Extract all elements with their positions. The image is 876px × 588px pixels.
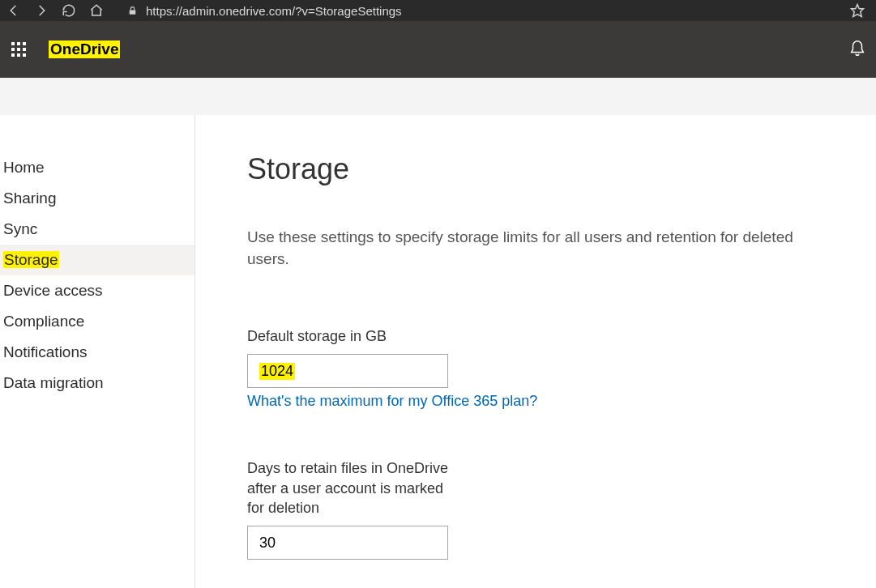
retention-input[interactable]: 30 — [247, 526, 448, 560]
app-header: OneDrive — [0, 21, 876, 78]
sidebar-item-storage[interactable]: Storage — [0, 245, 194, 275]
sidebar-item-notifications[interactable]: Notifications — [0, 337, 194, 368]
browser-chrome: https://admin.onedrive.com/?v=StorageSet… — [0, 0, 876, 21]
sidebar-item-label: Data migration — [3, 374, 104, 391]
sidebar-item-device-access[interactable]: Device access — [0, 275, 194, 306]
sidebar: Home Sharing Sync Storage Device access … — [0, 115, 195, 588]
default-storage-input[interactable]: 1024 — [247, 354, 448, 388]
retention-label: Days to retain files in OneDrive after a… — [247, 458, 450, 518]
url-text: https://admin.onedrive.com/?v=StorageSet… — [146, 4, 402, 18]
sidebar-item-label: Storage — [3, 251, 59, 268]
page-description: Use these settings to specify storage li… — [247, 227, 827, 270]
sidebar-item-label: Device access — [3, 282, 103, 299]
sidebar-item-label: Home — [3, 159, 45, 176]
sidebar-item-label: Notifications — [3, 343, 88, 360]
sidebar-item-label: Sync — [3, 220, 37, 237]
notifications-icon[interactable] — [848, 40, 866, 60]
sidebar-item-label: Sharing — [3, 190, 57, 207]
svg-rect-0 — [129, 10, 135, 14]
app-launcher-icon[interactable] — [10, 40, 28, 58]
reload-icon[interactable] — [62, 3, 76, 18]
sidebar-item-home[interactable]: Home — [0, 152, 194, 183]
address-bar[interactable]: https://admin.onedrive.com/?v=StorageSet… — [115, 4, 839, 18]
favorite-icon[interactable] — [850, 3, 865, 18]
default-storage-value: 1024 — [259, 363, 295, 380]
sidebar-item-sync[interactable]: Sync — [0, 214, 194, 245]
forward-icon[interactable] — [34, 3, 49, 18]
retention-value: 30 — [259, 535, 276, 552]
home-icon[interactable] — [89, 3, 104, 18]
browser-nav — [6, 3, 104, 18]
sidebar-item-label: Compliance — [3, 313, 84, 330]
sidebar-item-compliance[interactable]: Compliance — [0, 306, 194, 337]
app-title[interactable]: OneDrive — [49, 40, 120, 58]
default-storage-label: Default storage in GB — [247, 326, 458, 346]
main-content: Storage Use these settings to specify st… — [195, 115, 827, 588]
lock-icon — [126, 5, 138, 16]
sidebar-item-data-migration[interactable]: Data migration — [0, 368, 194, 398]
page-title: Storage — [247, 152, 827, 186]
svg-marker-1 — [852, 5, 864, 17]
sidebar-item-sharing[interactable]: Sharing — [0, 183, 194, 214]
max-storage-help-link[interactable]: What's the maximum for my Office 365 pla… — [247, 393, 537, 410]
back-icon[interactable] — [6, 3, 21, 18]
ribbon-gap — [0, 78, 876, 115]
